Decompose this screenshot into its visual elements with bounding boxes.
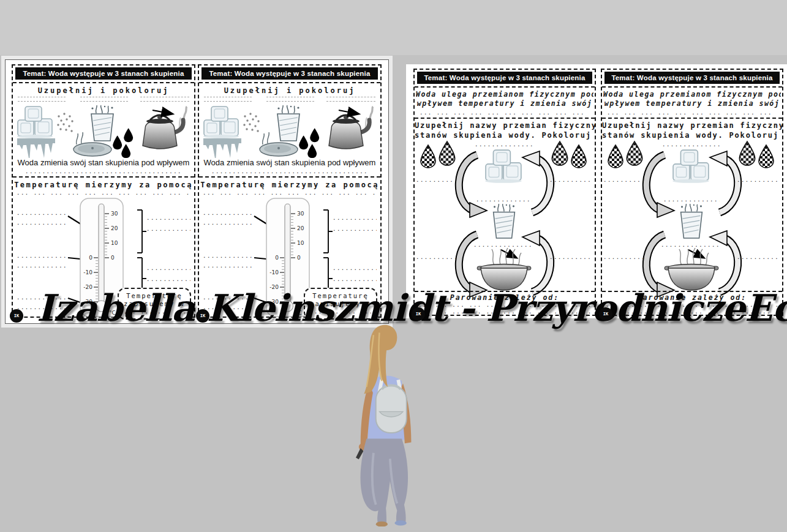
- worksheet-title: Temat: Woda występuje w 3 stanach skupie…: [604, 72, 780, 84]
- checkered-drop-icon: [570, 144, 587, 168]
- svg-text:30: 30: [111, 211, 118, 217]
- arrow-melting: [459, 155, 487, 217]
- caption: Woda zmienia swój stan skupienia pod wpł…: [14, 158, 193, 168]
- watermark-signature: Izabella Kleinszmidt - PrzyrodniczeEcho: [37, 287, 787, 329]
- answer-line: ..................: [737, 177, 780, 184]
- answer-line: ..................: [416, 254, 459, 261]
- worksheet-states-2: Temat: Woda występuje w 3 stanach skupie…: [198, 64, 382, 318]
- ik-logo: IK: [10, 309, 23, 323]
- answer-line: ..................: [333, 215, 377, 222]
- answer-line: ........................................…: [25, 168, 182, 175]
- answer-line: ..................: [549, 177, 592, 184]
- water-cycle-diagram: ...................... .................…: [415, 140, 595, 291]
- page-left: Temat: Woda występuje w 3 stanach skupie…: [5, 59, 389, 324]
- kettle-icon: [134, 103, 190, 157]
- write-lines: [204, 97, 252, 105]
- answer-line: ..................: [146, 276, 190, 283]
- checkered-drop-icon: [607, 144, 624, 168]
- woman-photo: [338, 323, 436, 526]
- background-band: [0, 0, 787, 55]
- worksheet-title: Temat: Woda występuje w 3 stanach skupie…: [201, 67, 378, 80]
- answer-line: ..................: [333, 265, 377, 272]
- answer-line: ......................: [662, 141, 720, 148]
- section-cycle: Uzupełnij nazwy przemian fizycznych i st…: [602, 119, 782, 291]
- answer-line: ........................................…: [211, 168, 368, 175]
- svg-text:0: 0: [275, 255, 279, 261]
- answer-line: ..................: [603, 254, 646, 261]
- worksheet-changes-2: Temat: Woda występuje w 3 stanach skupie…: [601, 69, 783, 316]
- answer-line: ......................: [663, 197, 720, 203]
- ik-logo: IK: [412, 307, 425, 321]
- kettle-icon: [320, 103, 377, 157]
- answer-line: ..................: [146, 265, 190, 272]
- answer-line: ... ... ... ... ... ... ... ... ... ... …: [17, 190, 190, 197]
- pot-icon: [476, 248, 532, 292]
- section-title: Uzupełnij i pokoloruj: [14, 84, 193, 96]
- svg-text:-10: -10: [83, 269, 92, 275]
- svg-text:-10: -10: [269, 269, 279, 275]
- section-intro: Woda ulega przemianom fizycznym pod wpły…: [602, 88, 782, 119]
- answer-line: ..................: [333, 226, 377, 233]
- worksheet-title: Temat: Woda występuje w 3 stanach skupie…: [417, 72, 592, 84]
- promo-image: Temat: Woda występuje w 3 stanach skupie…: [0, 0, 787, 532]
- section-cycle: Uzupełnij nazwy przemian fizycznych i st…: [415, 119, 595, 291]
- answer-line: ..................: [603, 177, 646, 184]
- svg-text:30: 30: [297, 211, 304, 217]
- worksheet-title: Temat: Woda występuje w 3 stanach skupie…: [15, 67, 192, 80]
- worksheet-changes-1: Temat: Woda występuje w 3 stanach skupie…: [413, 69, 596, 316]
- answer-line: ......................: [475, 141, 532, 148]
- pot-icon: [663, 248, 720, 292]
- write-lines: [18, 97, 66, 105]
- svg-text:0: 0: [111, 255, 115, 261]
- section-fill-color: Uzupełnij i pokoloruj: [13, 83, 194, 178]
- water-cycle-diagram: ...................... .................…: [602, 140, 782, 291]
- ice-cubes-icon: [17, 105, 77, 158]
- images-row: [14, 96, 193, 158]
- ice-cubes-icon: [203, 105, 263, 158]
- water-glass-icon: [259, 104, 320, 158]
- svg-text:0: 0: [89, 255, 92, 261]
- svg-text:20: 20: [111, 225, 118, 231]
- answer-line: ..................: [737, 254, 780, 261]
- answer-line: ..................: [333, 276, 377, 283]
- water-glass-icon: [73, 104, 134, 158]
- answer-line: ..................: [416, 177, 459, 184]
- section-title: Temperaturę mierzymy za pomocą: [14, 178, 193, 190]
- answer-line: ... ... ... ... ... ... ... ... ... ... …: [607, 110, 777, 116]
- answer-line: ..................: [146, 215, 190, 222]
- section-fill-color: Uzupełnij i pokoloruj: [199, 83, 380, 178]
- svg-text:10: 10: [297, 240, 304, 246]
- answer-line: ..................: [146, 226, 190, 233]
- checkered-drop-icon: [758, 144, 775, 168]
- section-intro: Woda ulega przemianom fizycznym pod wpły…: [415, 88, 595, 119]
- answer-line: ... ... ... ... ... ... ... ... ... ... …: [203, 190, 377, 197]
- worksheet-states-1: Temat: Woda występuje w 3 stanach skupie…: [12, 64, 195, 318]
- worksheet-header-row: Temat: Woda występuje w 3 stanach skupie…: [13, 66, 194, 83]
- answer-line: ......................: [476, 197, 532, 203]
- page-right: Temat: Woda występuje w 3 stanach skupie…: [406, 64, 787, 318]
- ik-logo: IK: [196, 309, 209, 323]
- answer-line: ... ... ... ... ... ... ... ... ... ... …: [420, 110, 590, 116]
- svg-text:0: 0: [297, 255, 301, 261]
- checkered-drop-icon: [420, 144, 437, 168]
- svg-text:10: 10: [111, 240, 118, 246]
- answer-line: ..................: [549, 254, 592, 261]
- arrow-freezing: [522, 151, 551, 212]
- svg-text:20: 20: [297, 225, 304, 231]
- ik-logo: IK: [599, 307, 612, 321]
